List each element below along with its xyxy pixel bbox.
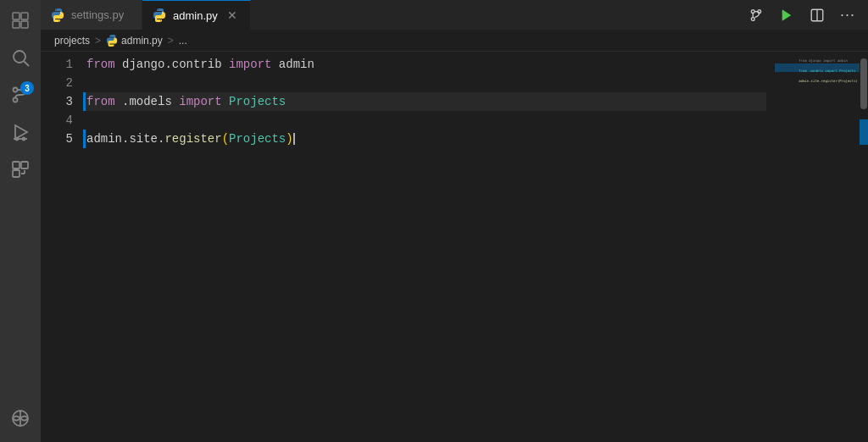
- extensions-icon[interactable]: [3, 152, 37, 186]
- minimap-content: from django import admin from .models im…: [798, 58, 858, 84]
- editor-area: 1 2 3 4 5 from django.contrib import adm…: [41, 52, 868, 442]
- line-num-3: 3: [41, 92, 73, 111]
- scrollbar-thumb: [860, 58, 867, 109]
- token-import-3: import: [179, 92, 221, 111]
- code-line-5: admin.site. register ( Projects ): [86, 130, 766, 148]
- minimap-scrollbar[interactable]: [860, 52, 868, 442]
- svg-rect-1: [21, 13, 28, 19]
- code-line-4: [86, 111, 766, 130]
- token-projects-5: Projects: [229, 130, 286, 148]
- svg-rect-15: [13, 170, 19, 177]
- run-debug-icon[interactable]: [3, 115, 37, 149]
- source-control-badge: 3: [20, 81, 34, 95]
- breadcrumb-sep1: >: [95, 35, 101, 47]
- token-paren-close-5: ): [286, 130, 292, 148]
- header-right: ···: [743, 0, 868, 30]
- line-indicator-5: [83, 130, 86, 148]
- token-paren-open-5: (: [222, 130, 229, 148]
- svg-point-4: [14, 51, 25, 63]
- token-space-1: django.contrib: [115, 55, 229, 74]
- line-indicator-3: [83, 92, 86, 111]
- line-num-5: 5: [41, 130, 73, 148]
- token-space-3: .models: [115, 92, 180, 111]
- cursor: [293, 133, 295, 145]
- svg-rect-3: [21, 21, 28, 28]
- more-actions-button[interactable]: ···: [834, 2, 861, 29]
- svg-rect-13: [13, 162, 19, 169]
- code-line-3: from .models import Projects: [86, 92, 766, 111]
- token-admin-1: admin: [271, 55, 314, 74]
- code-line-2: [86, 74, 766, 92]
- code-line-1: from django.contrib import admin: [86, 55, 766, 74]
- search-icon[interactable]: [3, 41, 37, 75]
- line-num-1: 1: [41, 55, 73, 74]
- svg-point-12: [23, 138, 25, 141]
- svg-rect-14: [21, 162, 28, 169]
- breadcrumb-symbol[interactable]: ...: [179, 35, 187, 47]
- activity-bar: 3: [0, 0, 41, 442]
- token-projects-3: Projects: [229, 92, 286, 111]
- run-button[interactable]: [773, 2, 800, 29]
- token-empty-2: [86, 74, 93, 92]
- svg-point-11: [16, 138, 19, 141]
- tab-settings-label: settings.py: [71, 8, 124, 21]
- line-numbers: 1 2 3 4 5: [41, 52, 83, 442]
- token-from-3: from: [86, 92, 115, 111]
- svg-rect-0: [13, 13, 19, 19]
- svg-line-5: [25, 62, 30, 67]
- svg-point-18: [751, 9, 754, 13]
- code-editor[interactable]: from django.contrib import admin from .m…: [83, 52, 766, 442]
- split-editor-button[interactable]: [804, 2, 831, 29]
- explorer-icon[interactable]: [3, 3, 37, 37]
- breadcrumb: projects > admin.py > ...: [41, 30, 868, 52]
- tab-admin[interactable]: admin.py ✕: [142, 0, 251, 30]
- breadcrumb-sep2: >: [168, 35, 174, 47]
- minimap: from django import admin from .models im…: [766, 52, 868, 442]
- breadcrumb-projects[interactable]: projects: [54, 35, 90, 47]
- svg-point-20: [751, 17, 754, 20]
- token-admin-site-5: admin.site.: [86, 130, 164, 148]
- line-num-4: 4: [41, 111, 73, 130]
- source-control-icon[interactable]: 3: [3, 78, 37, 112]
- token-empty-4: [86, 111, 93, 130]
- tab-admin-close[interactable]: ✕: [225, 8, 240, 23]
- token-space2-3: [222, 92, 229, 111]
- token-register-5: register: [164, 130, 221, 148]
- token-from-1: from: [86, 55, 115, 74]
- svg-marker-9: [15, 125, 27, 139]
- svg-point-6: [14, 88, 18, 92]
- svg-marker-21: [782, 9, 792, 21]
- tab-admin-label: admin.py: [173, 9, 218, 22]
- main-content: settings.py admin.py ✕: [41, 0, 868, 442]
- git-branch-button[interactable]: [743, 2, 770, 29]
- svg-point-8: [14, 98, 18, 102]
- scrollbar-active: [860, 119, 868, 145]
- tab-settings[interactable]: settings.py: [41, 0, 142, 30]
- breadcrumb-file[interactable]: admin.py: [121, 35, 163, 47]
- line-num-2: 2: [41, 74, 73, 92]
- svg-rect-2: [13, 21, 19, 28]
- token-import-1: import: [229, 55, 271, 74]
- tab-bar: settings.py admin.py ✕: [41, 0, 868, 30]
- remote-icon[interactable]: [3, 401, 37, 435]
